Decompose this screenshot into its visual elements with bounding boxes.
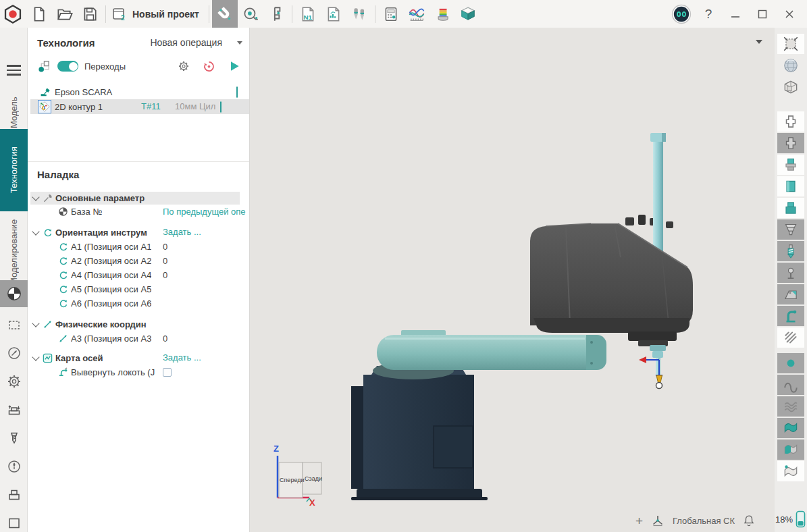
param-row-a2[interactable]: A2 (Позиция оси A2 0 bbox=[30, 254, 249, 268]
material-box-button[interactable] bbox=[455, 0, 481, 28]
show-mesh-outline-button[interactable] bbox=[777, 461, 804, 481]
param-row-base[interactable]: База № По предыдущей опе bbox=[30, 205, 249, 219]
show-points-button[interactable] bbox=[777, 353, 804, 373]
view-cube[interactable]: Z Спереди Сзади X bbox=[270, 441, 344, 515]
calculator-button[interactable] bbox=[378, 0, 404, 28]
show-part-button[interactable] bbox=[777, 198, 804, 218]
help-button[interactable]: ? bbox=[695, 0, 722, 28]
param-row-a3[interactable]: A3 (Позиция оси A3 0 bbox=[30, 331, 249, 346]
workpiece-mode-button[interactable] bbox=[0, 280, 28, 307]
a2-value[interactable]: 0 bbox=[163, 256, 167, 266]
save-button[interactable] bbox=[77, 0, 103, 28]
set-axis-map-link[interactable]: Задать ... bbox=[163, 352, 201, 363]
report-button[interactable] bbox=[321, 0, 346, 28]
layers-stack-button[interactable] bbox=[429, 0, 455, 28]
base-value[interactable]: По предыдущей опе bbox=[163, 207, 246, 217]
tool-library-button[interactable] bbox=[346, 0, 372, 28]
nc-program-button[interactable]: N1 bbox=[295, 0, 321, 28]
tool-button[interactable] bbox=[0, 429, 28, 448]
zoom-indicator[interactable]: 18% bbox=[775, 510, 807, 528]
measure-tape-button[interactable] bbox=[238, 0, 263, 28]
recalculate-button[interactable] bbox=[202, 59, 216, 74]
operation-tool-info[interactable]: 10мм Цил bbox=[175, 101, 215, 111]
caliper-button[interactable] bbox=[263, 0, 289, 28]
wireframe-box-button[interactable] bbox=[777, 77, 804, 97]
chevron-expanded-icon[interactable] bbox=[32, 319, 39, 327]
operation-dropdown[interactable]: Новая операция bbox=[150, 37, 242, 48]
tree-row-machine[interactable]: Epson SCARA bbox=[30, 84, 249, 99]
viewport-3d[interactable]: Z Спереди Сзади X + Глобальная СК bbox=[250, 28, 775, 532]
set-orientation-link[interactable]: Задать ... bbox=[163, 227, 201, 237]
param-group-main[interactable]: Основные параметр bbox=[30, 192, 240, 205]
a4-value[interactable]: 0 bbox=[163, 270, 167, 280]
show-fixture-button[interactable] bbox=[777, 219, 804, 240]
show-mesh-half-button[interactable] bbox=[777, 440, 804, 460]
notifications-bell-icon[interactable] bbox=[742, 514, 756, 527]
viewport-menu-chevron-icon[interactable] bbox=[756, 40, 762, 44]
operation-visibility-checkbox[interactable] bbox=[220, 102, 222, 112]
tab-technology[interactable]: Технология bbox=[0, 129, 28, 211]
open-file-button[interactable] bbox=[51, 0, 77, 28]
stock-button[interactable] bbox=[0, 485, 28, 504]
tree-row-operation[interactable]: 2D контур 1 T#11 10мм Цил bbox=[30, 99, 249, 114]
show-hatching-button[interactable] bbox=[777, 327, 804, 348]
transitions-toggle[interactable] bbox=[57, 61, 78, 72]
window-minimize-button[interactable] bbox=[722, 0, 749, 28]
show-machine-part-button[interactable] bbox=[777, 284, 804, 304]
new-project-button[interactable]: 2 Новый проект bbox=[109, 0, 206, 28]
workspace-button[interactable] bbox=[0, 514, 28, 532]
machining-graphs-button[interactable] bbox=[404, 0, 429, 28]
show-machine-button[interactable] bbox=[777, 306, 804, 326]
show-part-stock-button[interactable] bbox=[777, 155, 804, 175]
machine-scheme-button[interactable] bbox=[0, 400, 28, 419]
show-probe-button[interactable] bbox=[777, 263, 804, 283]
tab-model[interactable]: Модель bbox=[0, 92, 28, 134]
shaded-view-button[interactable] bbox=[777, 55, 804, 76]
tab-modeling[interactable]: Моделирование bbox=[0, 214, 28, 290]
a3-value[interactable]: 0 bbox=[163, 334, 167, 344]
coordinate-system-label[interactable]: Глобальная СК bbox=[673, 516, 735, 526]
settings-button[interactable] bbox=[0, 372, 28, 391]
show-stock-solid-button[interactable] bbox=[777, 133, 804, 153]
param-row-a1[interactable]: A1 (Позиция оси A1 0 bbox=[30, 240, 249, 254]
param-group-tool-orientation[interactable]: Ориентация инструм Задать ... bbox=[30, 225, 249, 240]
chevron-expanded-icon[interactable] bbox=[32, 353, 39, 361]
param-row-a5[interactable]: A5 (Позиция оси A5 bbox=[30, 282, 249, 296]
fit-view-button[interactable] bbox=[777, 34, 804, 54]
a1-value[interactable]: 0 bbox=[163, 242, 167, 252]
show-surfaces-button[interactable] bbox=[777, 396, 804, 417]
robot-base[interactable] bbox=[351, 366, 488, 500]
show-mesh-button[interactable] bbox=[777, 418, 804, 438]
show-stock-button[interactable] bbox=[777, 111, 804, 132]
param-group-axis-map[interactable]: Карта осей Задать ... bbox=[30, 351, 249, 365]
robot-arm-link1[interactable] bbox=[377, 330, 606, 370]
elbow-checkbox[interactable] bbox=[163, 368, 172, 377]
chevron-expanded-icon[interactable] bbox=[32, 228, 39, 235]
run-simulation-button[interactable] bbox=[228, 59, 241, 73]
machine-visibility-checkbox[interactable] bbox=[236, 87, 238, 97]
operation-settings-button[interactable] bbox=[177, 59, 190, 73]
wrench-icon bbox=[43, 193, 53, 203]
param-row-a4[interactable]: A4 (Позиция оси A4 0 bbox=[30, 268, 249, 282]
chevron-expanded-icon[interactable] bbox=[32, 193, 39, 201]
param-row-elbow[interactable]: Вывернуть локоть (J bbox=[30, 365, 249, 379]
operation-tool-id[interactable]: T#11 bbox=[141, 101, 161, 111]
window-maximize-button[interactable] bbox=[749, 0, 776, 28]
new-file-button[interactable] bbox=[26, 0, 51, 28]
snap-magnet-button[interactable] bbox=[212, 0, 238, 28]
selection-mode-button[interactable] bbox=[0, 315, 28, 334]
show-tool-button[interactable] bbox=[777, 241, 804, 261]
robot-arm-link2[interactable] bbox=[530, 223, 693, 346]
add-cs-button[interactable]: + bbox=[635, 514, 643, 527]
coordinate-system-icon[interactable] bbox=[650, 513, 665, 528]
show-cylinder-button[interactable] bbox=[777, 176, 804, 196]
show-curves-button[interactable] bbox=[777, 375, 804, 395]
window-close-button[interactable] bbox=[776, 0, 803, 28]
assistant-button[interactable] bbox=[668, 0, 695, 28]
base-cs-icon bbox=[58, 207, 68, 217]
navigation-compass-button[interactable] bbox=[0, 344, 28, 363]
main-menu-button[interactable] bbox=[0, 61, 28, 79]
param-row-a6[interactable]: A6 (Позиция оси A6 bbox=[30, 296, 249, 311]
param-group-physical-coords[interactable]: Физические координ bbox=[30, 317, 249, 331]
gauge-button[interactable] bbox=[0, 457, 28, 476]
